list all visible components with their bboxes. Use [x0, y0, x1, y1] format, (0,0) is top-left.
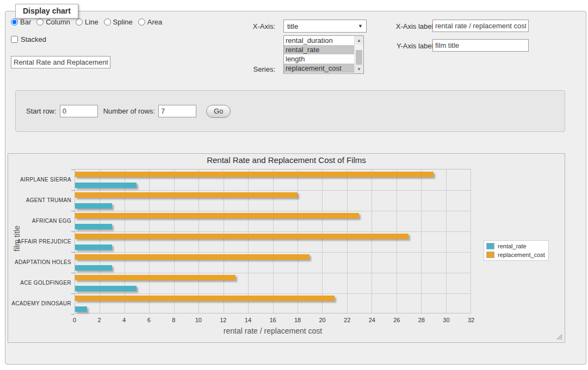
- chart-container: Rental Rate and Replacement Cost of Film…: [8, 153, 565, 343]
- bar-rental_rate[interactable]: [75, 265, 112, 271]
- bar-group-adaptation-holes: [75, 252, 471, 273]
- bar-rental_rate[interactable]: [75, 244, 112, 250]
- y-axis-label-input[interactable]: [432, 39, 529, 52]
- bar-replacement_cost[interactable]: [75, 275, 236, 280]
- panel-title: Display chart: [15, 4, 78, 18]
- bar-replacement_cost[interactable]: [75, 192, 298, 198]
- bar-replacement_cost[interactable]: [75, 213, 359, 218]
- start-row-label: Start row:: [26, 107, 57, 115]
- chart-type-radio-label: Area: [147, 18, 162, 26]
- x-tick-label: 2: [98, 317, 101, 323]
- chart-type-radio-bar[interactable]: [11, 18, 18, 26]
- bar-group-affair-prejudice: [75, 231, 471, 252]
- x-axis-selected-value: title: [287, 22, 298, 30]
- series-label: Series:: [226, 65, 275, 73]
- legend-label: rental_rate: [498, 243, 527, 249]
- chart-title-input[interactable]: [11, 56, 110, 68]
- x-axis-label-input[interactable]: [432, 20, 529, 32]
- category-label: ACE GOLDFINGER: [8, 272, 71, 293]
- bar-rental_rate[interactable]: [75, 183, 137, 188]
- x-tick-label: 26: [393, 317, 400, 323]
- x-tick-label: 18: [294, 317, 301, 323]
- y-axis-tick: [71, 273, 75, 273]
- bar-group-african-egg: [75, 211, 471, 231]
- page: Display chart BarColumnLineSplineArea St…: [0, 0, 588, 370]
- bar-replacement_cost[interactable]: [75, 296, 335, 301]
- bar-group-academy-dinosaur: [75, 293, 471, 314]
- stacked-option: Stacked: [11, 35, 46, 43]
- series-option-rental_rate[interactable]: rental_rate: [284, 45, 354, 54]
- bar-replacement_cost[interactable]: [75, 172, 434, 177]
- y-axis-tick: [71, 211, 75, 211]
- bar-group-agent-truman: [75, 190, 471, 211]
- x-tick-label: 28: [418, 317, 425, 323]
- x-tick-label: 24: [369, 317, 375, 323]
- category-label: AFFAIR PREJUDICE: [8, 231, 71, 252]
- x-tick-label: 14: [245, 317, 251, 323]
- x-tick-label: 20: [319, 317, 326, 323]
- chart-type-radio-label: Column: [46, 18, 70, 26]
- chart-type-radio-column[interactable]: [36, 18, 44, 26]
- y-axis-tick: [71, 293, 75, 294]
- x-tick-label: 22: [344, 317, 350, 323]
- start-row-input[interactable]: [60, 105, 98, 117]
- num-rows-input[interactable]: [158, 105, 196, 117]
- x-tick-label: 6: [147, 317, 151, 323]
- legend-swatch-replacement_cost: [486, 252, 494, 258]
- x-tick-label: 8: [172, 317, 175, 323]
- x-tick-label: 32: [468, 317, 474, 323]
- chart-x-axis-title: rental rate / replacement cost: [75, 327, 471, 335]
- bar-rental_rate[interactable]: [75, 306, 87, 312]
- x-axis-label-field-label: X-Axis label:: [348, 22, 435, 30]
- chart-category-labels: AIRPLANE SIERRAAGENT TRUMANAFRICAN EGGAF…: [8, 169, 71, 313]
- y-axis-tick: [71, 231, 75, 232]
- stacked-label: Stacked: [21, 35, 46, 43]
- chart-type-option-spline[interactable]: Spline: [104, 18, 133, 26]
- bar-replacement_cost[interactable]: [75, 254, 310, 260]
- series-listbox[interactable]: rental_durationrental_ratelengthreplacem…: [283, 35, 364, 74]
- y-axis-tick: [71, 314, 75, 315]
- bar-rental_rate[interactable]: [75, 224, 112, 229]
- category-label: AGENT TRUMAN: [8, 190, 71, 210]
- x-tick-label: 30: [443, 317, 449, 323]
- legend-entry-replacement_cost: replacement_cost: [486, 252, 545, 258]
- chart-type-option-bar[interactable]: Bar: [11, 18, 31, 26]
- num-rows-label: Number of rows:: [103, 107, 155, 115]
- x-tick-label: 4: [122, 317, 126, 323]
- chart-type-radio-label: Bar: [20, 18, 31, 26]
- x-axis-label: X-Axis:: [226, 22, 275, 30]
- legend-entry-rental_rate: rental_rate: [486, 243, 545, 249]
- bar-replacement_cost[interactable]: [75, 234, 408, 239]
- scrollbar-thumb[interactable]: [356, 50, 362, 65]
- category-label: AFRICAN EGG: [8, 210, 71, 231]
- x-tick-label: 12: [220, 317, 226, 323]
- chart-type-option-area[interactable]: Area: [138, 18, 162, 26]
- x-tick-label: 0: [73, 317, 76, 323]
- chart-type-option-column[interactable]: Column: [36, 18, 70, 26]
- go-button[interactable]: Go: [206, 105, 231, 118]
- chart-type-radio-label: Spline: [113, 18, 133, 26]
- series-option-replacement_cost[interactable]: replacement_cost: [284, 64, 354, 73]
- bar-group-airplane-sierra: [75, 170, 471, 190]
- bar-rental_rate[interactable]: [75, 203, 112, 209]
- bar-rental_rate[interactable]: [75, 286, 137, 291]
- y-axis-tick: [71, 170, 75, 170]
- resize-handle-icon[interactable]: [556, 334, 562, 340]
- chart-title: Rental Rate and Replacement Cost of Film…: [8, 155, 565, 165]
- stacked-checkbox[interactable]: [11, 36, 18, 43]
- chart-x-ticks: 02468101214161820222426283032: [75, 317, 471, 324]
- gridline: [471, 170, 471, 313]
- chart-type-option-line[interactable]: Line: [76, 18, 98, 26]
- chart-type-radio-area[interactable]: [138, 18, 145, 26]
- y-axis-label-field-label: Y-Axis label:: [348, 42, 435, 50]
- series-option-length[interactable]: length: [284, 54, 354, 64]
- chart-type-radio-spline[interactable]: [104, 18, 111, 26]
- scroll-down-icon[interactable]: ▼: [355, 65, 363, 73]
- legend-label: replacement_cost: [498, 252, 545, 258]
- category-label: ADAPTATION HOLES: [8, 252, 71, 272]
- chart-type-radios: BarColumnLineSplineArea: [11, 18, 165, 26]
- chart-type-radio-line[interactable]: [76, 18, 83, 26]
- series-option-rental_duration[interactable]: rental_duration: [284, 36, 354, 45]
- plot-area: [75, 169, 471, 313]
- category-label: ACADEMY DINOSAUR: [8, 293, 71, 313]
